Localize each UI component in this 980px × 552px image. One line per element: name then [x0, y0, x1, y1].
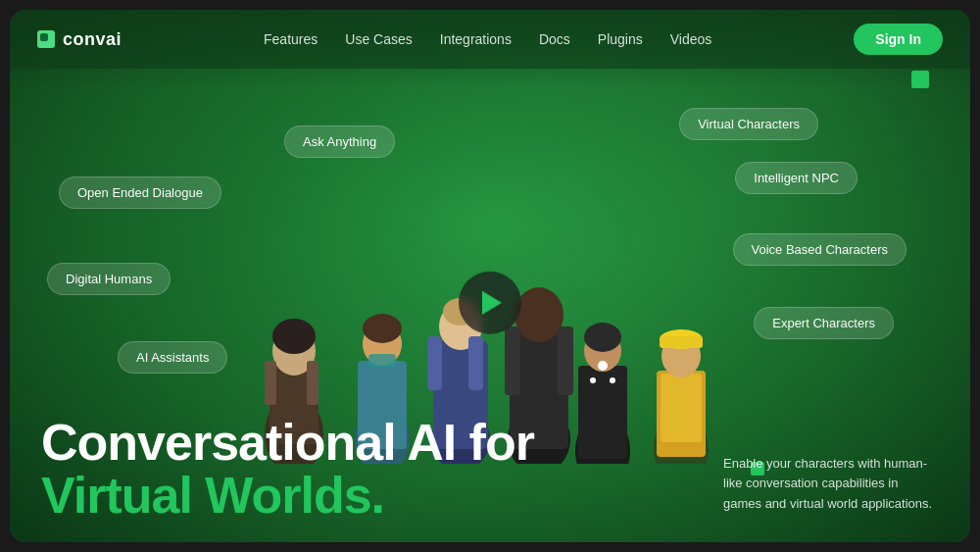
- hero-description: Enable your characters with human-like c…: [723, 454, 939, 515]
- play-icon: [482, 290, 502, 314]
- svg-rect-5: [307, 361, 318, 405]
- svg-point-27: [590, 377, 596, 383]
- tag-voice-based-characters[interactable]: Voice Based Characters: [733, 233, 906, 266]
- nav-integrations[interactable]: Integrations: [440, 31, 512, 47]
- tag-ai-assistants[interactable]: AI Assistants: [118, 341, 227, 374]
- logo-text: convai: [63, 29, 122, 50]
- svg-point-19: [514, 287, 564, 342]
- svg-rect-31: [661, 374, 702, 442]
- logo[interactable]: convai: [37, 29, 122, 50]
- tag-intelligent-npc[interactable]: Intelligent NPC: [735, 162, 858, 194]
- nav-plugins[interactable]: Plugins: [598, 31, 643, 47]
- sign-in-button[interactable]: Sign In: [854, 24, 943, 55]
- svg-rect-16: [468, 336, 483, 390]
- tag-digital-humans[interactable]: Digital Humans: [47, 263, 171, 295]
- play-button[interactable]: [459, 271, 521, 333]
- svg-rect-4: [265, 361, 276, 405]
- svg-point-3: [272, 319, 316, 354]
- svg-point-28: [610, 377, 615, 383]
- svg-point-9: [363, 314, 402, 343]
- nav-links: Features Use Cases Integrations Docs Plu…: [264, 31, 711, 47]
- tag-virtual-characters[interactable]: Virtual Characters: [679, 108, 818, 140]
- tag-expert-characters[interactable]: Expert Characters: [754, 307, 894, 339]
- hero-area: Ask Anything Virtual Characters Open End…: [10, 69, 970, 542]
- svg-rect-10: [368, 354, 396, 368]
- svg-point-26: [598, 361, 608, 371]
- nav-videos[interactable]: Videos: [670, 31, 712, 47]
- navbar: convai Features Use Cases Integrations D…: [10, 10, 970, 69]
- hero-title-line1: Conversational AI for: [41, 416, 534, 470]
- main-container: convai Features Use Cases Integrations D…: [10, 10, 970, 542]
- svg-rect-23: [578, 366, 627, 459]
- tag-open-ended-dialogue[interactable]: Open Ended Dialogue: [59, 176, 221, 209]
- svg-rect-21: [558, 326, 573, 395]
- svg-point-25: [584, 323, 621, 352]
- svg-rect-20: [505, 326, 520, 395]
- logo-icon: [37, 30, 55, 48]
- hero-title-line2: Virtual Worlds.: [41, 469, 534, 523]
- svg-rect-34: [660, 336, 703, 348]
- nav-use-cases[interactable]: Use Cases: [345, 31, 412, 47]
- svg-rect-15: [427, 336, 442, 390]
- tag-ask-anything[interactable]: Ask Anything: [284, 125, 395, 158]
- hero-text: Conversational AI for Virtual Worlds.: [41, 416, 534, 523]
- nav-docs[interactable]: Docs: [539, 31, 570, 47]
- nav-features[interactable]: Features: [264, 31, 318, 47]
